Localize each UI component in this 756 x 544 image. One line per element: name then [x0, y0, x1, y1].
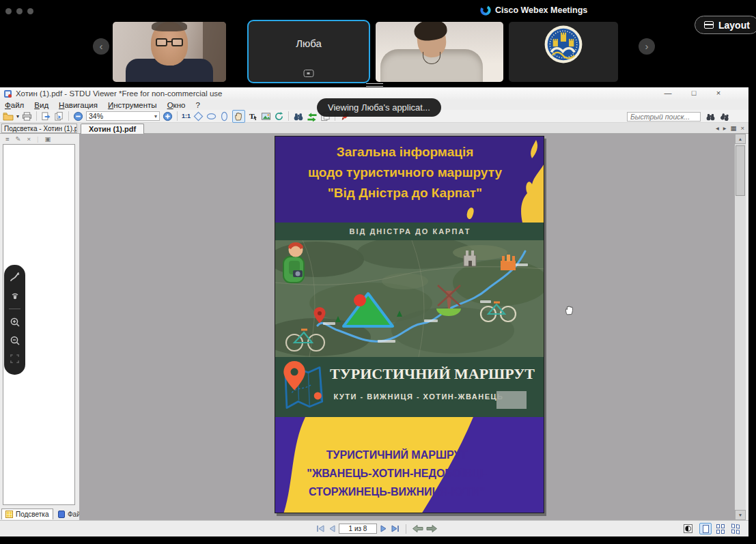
layout-button[interactable]: Layout	[695, 16, 756, 34]
minimize-icon[interactable]	[16, 8, 23, 14]
menu-navigation[interactable]: Навигация	[59, 101, 98, 109]
fit-width-icon	[206, 111, 216, 121]
annotate-pen-icon[interactable]	[10, 272, 20, 283]
pointer-icon[interactable]	[10, 290, 20, 301]
scroll-participants-right-button[interactable]: ›	[639, 38, 655, 55]
first-page-button[interactable]	[316, 524, 325, 533]
menu-view[interactable]: Вид	[34, 101, 48, 109]
scroll-up-icon[interactable]: ▲	[735, 134, 746, 144]
tab-close-icon[interactable]: ×	[740, 124, 744, 132]
macos-window-controls[interactable]	[5, 8, 33, 14]
zoom-icon[interactable]	[27, 8, 33, 14]
tab-next-icon[interactable]: ▸	[723, 124, 727, 132]
continuous-view-button[interactable]	[729, 523, 742, 534]
last-page-button[interactable]	[391, 524, 400, 533]
viewing-status-badge: Viewing Люба's applicat...	[317, 98, 441, 117]
export-pages-button[interactable]	[54, 111, 64, 121]
find-prev-button[interactable]	[720, 112, 730, 121]
fit-width-button[interactable]	[206, 111, 216, 121]
webex-titlebar: Cisco Webex Meetings	[480, 5, 587, 16]
participant-video-1[interactable]	[113, 22, 226, 82]
highlight-list-icon[interactable]: ≡	[5, 135, 10, 143]
quick-search-input[interactable]	[627, 112, 701, 121]
route-subtitle: КУТИ - ВИЖНИЦЯ - ХОТИН-ЖВАНЕЦЬ	[316, 392, 521, 401]
highlight-edit-icon[interactable]: ✎	[16, 135, 21, 143]
scrollbar-thumb[interactable]	[736, 145, 745, 196]
close-button[interactable]: ×	[713, 89, 724, 97]
webex-app-title: Cisco Webex Meetings	[495, 5, 587, 15]
zoom-out-button[interactable]	[73, 111, 83, 121]
share-control-toolbar	[4, 265, 25, 375]
menu-tools[interactable]: Инструменты	[108, 101, 157, 109]
close-icon[interactable]	[5, 8, 12, 14]
caret-down-icon[interactable]: ▾	[154, 113, 157, 119]
chevron-left-icon: ‹	[100, 40, 103, 52]
participant-video-4[interactable]	[509, 22, 618, 82]
fit-page-button[interactable]	[193, 111, 204, 121]
page-title: Загальна інформація щодо туристичного ма…	[275, 142, 535, 203]
document-view-area[interactable]: Загальна інформація щодо туристичного ма…	[79, 134, 746, 520]
single-page-view-button[interactable]	[699, 523, 712, 534]
castle-icon-orange	[501, 255, 516, 270]
hand-tool-button[interactable]	[232, 110, 245, 123]
find-next-button[interactable]	[705, 112, 716, 121]
folded-map-pin-icon	[278, 360, 328, 414]
contrast-icon[interactable]	[684, 524, 692, 533]
zoom-out-icon[interactable]	[10, 335, 20, 346]
highlight-delete-icon[interactable]: ×	[27, 135, 31, 143]
binoculars-icon	[293, 111, 304, 121]
scroll-down-icon[interactable]: ▼	[735, 510, 746, 520]
page-header-section: Загальна інформація щодо туристичного ма…	[275, 137, 544, 223]
rotate-button[interactable]	[274, 111, 284, 121]
window-title: Хотин (1).pdf - STDU Viewer *Free for no…	[16, 89, 223, 98]
continuous-view-icon	[731, 524, 740, 534]
zoom-in-button[interactable]	[163, 111, 173, 121]
vertical-scrollbar[interactable]: ▲ ▼	[735, 134, 746, 520]
single-page-icon	[703, 525, 709, 533]
highlight-options-icon[interactable]: ▣	[45, 135, 51, 143]
text-select-button[interactable]: T	[248, 111, 258, 121]
history-back-button[interactable]	[412, 524, 423, 533]
swap-arrows-icon	[307, 111, 318, 121]
facing-pages-view-button[interactable]	[714, 523, 727, 534]
participant-name-label: Люба	[249, 38, 369, 49]
sun-icon	[354, 294, 366, 306]
binoculars-icon	[705, 112, 716, 121]
panel-header[interactable]: Подсветка - Хотин (1).p ×	[1, 124, 77, 133]
search-button[interactable]	[293, 111, 304, 121]
scroll-participants-left-button[interactable]: ‹	[93, 38, 109, 55]
menu-file[interactable]: Файл	[5, 101, 24, 109]
participant-video-luba[interactable]: Люба	[247, 20, 370, 83]
minimize-button[interactable]: —	[662, 89, 673, 97]
maximize-button[interactable]: □	[688, 89, 699, 97]
open-recent-dropdown[interactable]: ▾	[16, 113, 19, 119]
next-page-button[interactable]	[380, 524, 388, 533]
stdu-viewer-window: Хотин (1).pdf - STDU Viewer *Free for no…	[0, 87, 748, 536]
page-indicator[interactable]: 1 из 8	[339, 524, 377, 534]
actual-size-button[interactable]: 1:1	[182, 113, 191, 119]
zoom-out-icon	[73, 111, 83, 121]
expand-icon[interactable]	[10, 354, 20, 364]
fit-height-button[interactable]	[219, 111, 229, 121]
menu-window[interactable]: Окно	[167, 101, 186, 109]
export-page-button[interactable]	[41, 111, 51, 121]
stdu-app-icon	[3, 89, 12, 98]
zoom-in-icon[interactable]	[10, 317, 20, 328]
panel-tab-highlight[interactable]: Подсветка	[1, 509, 53, 519]
history-forward-button[interactable]	[426, 524, 438, 533]
route-info-section: ТУРИСТИЧНИЙ МАРШРУТ КУТИ - ВИЖНИЦЯ - ХОТ…	[275, 357, 544, 417]
prev-page-button[interactable]	[328, 524, 336, 533]
zoom-level-combo[interactable]: 34% ▾	[86, 111, 160, 121]
drag-handle[interactable]	[366, 83, 383, 87]
tab-list-icon[interactable]: ▦	[730, 124, 736, 132]
screen: Cisco Webex Meetings ‹ Люба	[0, 0, 756, 544]
history-arrows-button[interactable]	[307, 111, 318, 121]
decorative-dot	[466, 207, 475, 220]
menu-help[interactable]: ?	[195, 101, 199, 109]
document-tab[interactable]: Хотин (1).pdf	[81, 124, 144, 134]
image-select-button[interactable]	[261, 111, 271, 121]
print-button[interactable]	[22, 111, 32, 121]
participant-video-3[interactable]	[376, 22, 503, 82]
tab-prev-icon[interactable]: ◂	[716, 124, 719, 132]
open-file-button[interactable]	[3, 111, 14, 121]
